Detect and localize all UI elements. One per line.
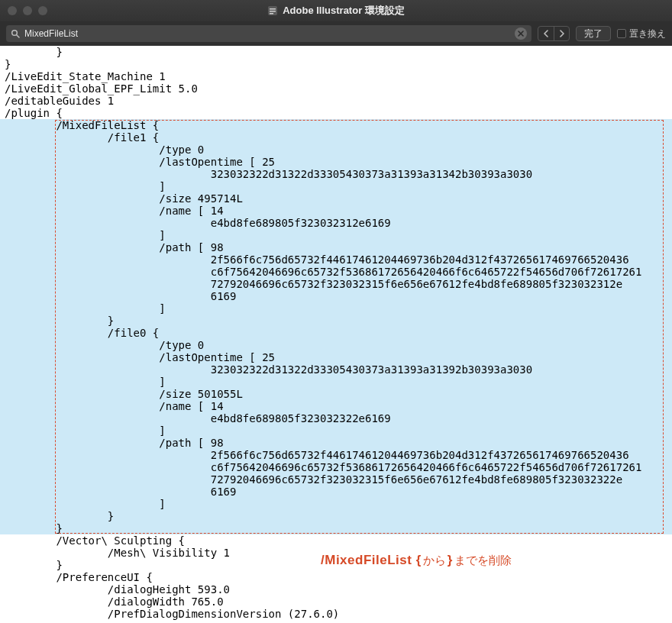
titlebar: Adobe Illustrator 環境設定 bbox=[0, 0, 672, 21]
next-match-button[interactable] bbox=[554, 27, 569, 40]
editor-content[interactable]: } } /LiveEdit_State_Machine 1 /LiveEdit_… bbox=[0, 46, 672, 623]
svg-point-4 bbox=[12, 31, 18, 36]
search-field-wrapper[interactable] bbox=[6, 25, 531, 42]
svg-rect-3 bbox=[270, 13, 273, 15]
replace-toggle[interactable]: 置き換え bbox=[617, 27, 666, 40]
done-button[interactable]: 完了 bbox=[576, 26, 611, 41]
window-controls bbox=[8, 6, 47, 15]
app-prefs-icon bbox=[267, 5, 278, 16]
replace-label: 置き換え bbox=[629, 27, 666, 40]
search-input[interactable] bbox=[24, 28, 510, 39]
window-title: Adobe Illustrator 環境設定 bbox=[283, 4, 405, 18]
close-window-button[interactable] bbox=[8, 6, 17, 15]
svg-line-5 bbox=[17, 35, 19, 37]
replace-checkbox[interactable] bbox=[617, 29, 626, 38]
svg-rect-1 bbox=[270, 8, 276, 10]
zoom-window-button[interactable] bbox=[38, 6, 47, 15]
search-toolbar: 完了 置き換え bbox=[0, 21, 672, 46]
svg-rect-0 bbox=[268, 6, 277, 15]
annotation-part2: から bbox=[423, 554, 446, 568]
search-nav-buttons bbox=[538, 26, 570, 41]
chevron-left-icon bbox=[543, 30, 549, 37]
svg-rect-2 bbox=[270, 11, 276, 12]
prefs-text[interactable]: } } /LiveEdit_State_Machine 1 /LiveEdit_… bbox=[5, 46, 641, 620]
chevron-right-icon bbox=[559, 30, 565, 37]
annotation-part1: /MixedFileList { bbox=[321, 553, 422, 568]
clear-search-button[interactable] bbox=[515, 27, 527, 40]
minimize-window-button[interactable] bbox=[23, 6, 32, 15]
prev-match-button[interactable] bbox=[538, 27, 554, 40]
annotation-part3: } bbox=[447, 553, 453, 568]
annotation-caption: /MixedFileList { から } までを削除 bbox=[321, 553, 512, 568]
annotation-part4: までを削除 bbox=[454, 554, 512, 568]
search-icon bbox=[11, 29, 20, 38]
